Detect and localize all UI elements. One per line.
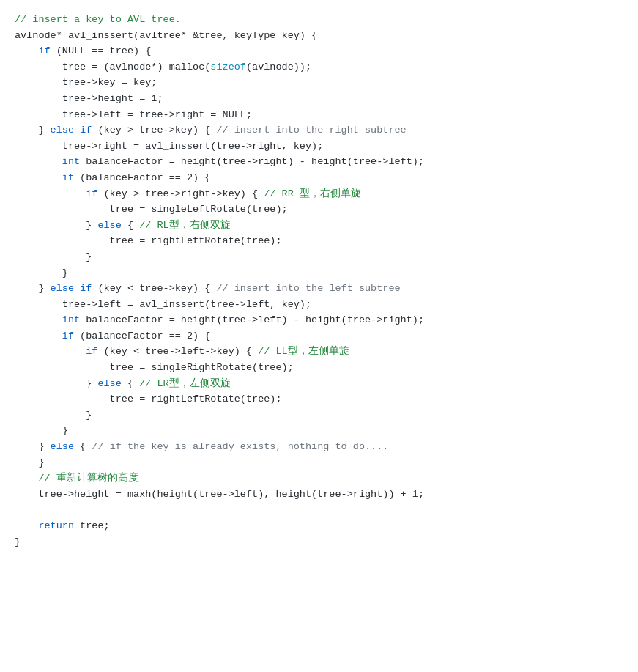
- code-token: (NULL == tree) {: [51, 45, 152, 56]
- code-token: }: [15, 536, 21, 547]
- code-token: // 重新计算树的高度: [38, 473, 138, 484]
- code-token: tree;: [74, 520, 110, 531]
- code-line: }: [15, 265, 623, 281]
- code-token: else: [97, 378, 121, 389]
- code-token: if: [38, 45, 50, 56]
- code-token: {: [74, 441, 92, 452]
- code-token: balanceFactor = height(tree->right) - he…: [80, 156, 424, 167]
- code-token: return: [38, 520, 74, 531]
- code-token: tree->key = key;: [15, 77, 157, 88]
- code-line: tree = singleLeftRotate(tree);: [15, 202, 623, 218]
- code-line: }: [15, 407, 623, 424]
- code-line: // insert a key to AVL tree.: [15, 12, 623, 28]
- code-line: if (balanceFactor == 2) {: [15, 170, 623, 186]
- code-token: // insert a key to AVL tree.: [15, 14, 181, 25]
- code-line: avlnode* avl_inssert(avltree* &tree, key…: [15, 28, 623, 44]
- code-line: tree->right = avl_inssert(tree->right, k…: [15, 139, 623, 155]
- code-token: // RL型，右侧双旋: [139, 220, 231, 231]
- code-token: // if the key is already exists, nothing…: [92, 441, 388, 452]
- code-token: // insert into the left subtree: [216, 283, 400, 294]
- code-line: tree = rightLeftRotate(tree);: [15, 391, 623, 407]
- code-token: [15, 346, 86, 357]
- code-token: }: [15, 267, 68, 278]
- code-token: else: [97, 220, 121, 231]
- code-token: // RR 型，右侧单旋: [264, 188, 361, 199]
- code-token: // LL型，左侧单旋: [258, 346, 349, 357]
- code-token: if: [62, 331, 74, 341]
- code-token: tree->right = avl_inssert(tree->right, k…: [15, 141, 323, 152]
- code-token: int: [62, 156, 80, 167]
- code-token: tree = singleRightRotate(tree);: [15, 362, 294, 373]
- code-token: [15, 473, 38, 484]
- code-line: }: [15, 423, 623, 439]
- code-token: }: [15, 125, 51, 136]
- code-token: tree->left = tree->right = NULL;: [15, 109, 252, 120]
- code-token: }: [15, 441, 51, 452]
- code-line: // 重新计算树的高度: [15, 470, 623, 487]
- code-line: }: [15, 534, 623, 550]
- code-token: {: [122, 220, 139, 231]
- code-token: tree = singleLeftRotate(tree);: [15, 204, 288, 215]
- code-token: tree->height = 1;: [15, 93, 163, 104]
- code-token: // LR型，左侧双旋: [139, 378, 231, 389]
- code-token: (key > tree->key) {: [92, 125, 216, 136]
- code-line: if (key > tree->right->key) { // RR 型，右侧…: [15, 186, 623, 202]
- code-token: (balanceFactor == 2) {: [74, 172, 210, 183]
- code-line: } else { // LR型，左侧双旋: [15, 376, 623, 392]
- code-token: {: [122, 378, 139, 389]
- code-token: [15, 520, 38, 531]
- code-token: (avlnode));: [246, 62, 311, 73]
- code-token: (key > tree->right->key) {: [97, 188, 264, 199]
- code-token: if: [86, 188, 97, 199]
- code-line: }: [15, 249, 623, 265]
- code-line: tree->left = avl_inssert(tree->left, key…: [15, 297, 623, 313]
- code-token: [15, 314, 62, 325]
- code-token: else: [51, 441, 74, 452]
- code-line: tree->height = 1;: [15, 91, 623, 107]
- code-line: } else { // RL型，右侧双旋: [15, 218, 623, 234]
- code-line: int balanceFactor = height(tree->left) -…: [15, 312, 623, 328]
- code-line: return tree;: [15, 518, 623, 534]
- code-line: } else if (key > tree->key) { // insert …: [15, 122, 623, 139]
- code-token: if: [62, 172, 74, 183]
- code-token: }: [15, 425, 68, 436]
- code-token: [15, 172, 62, 183]
- code-token: if: [86, 346, 97, 357]
- code-token: (balanceFactor == 2) {: [74, 331, 210, 341]
- code-line: if (balanceFactor == 2) {: [15, 328, 623, 344]
- code-token: [15, 188, 86, 199]
- code-line: tree->height = maxh(height(tree->left), …: [15, 487, 623, 503]
- code-token: avlnode* avl_inssert(avltree* &tree, key…: [15, 30, 317, 41]
- code-token: sizeof: [210, 62, 246, 73]
- code-token: tree = rightLeftRotate(tree);: [15, 235, 282, 246]
- code-token: else if: [51, 283, 92, 294]
- code-token: tree->left = avl_inssert(tree->left, key…: [15, 299, 311, 310]
- code-line: tree->left = tree->right = NULL;: [15, 107, 623, 123]
- code-line: tree = rightLeftRotate(tree);: [15, 233, 623, 249]
- code-line: tree = singleRightRotate(tree);: [15, 360, 623, 376]
- code-token: }: [15, 457, 45, 468]
- code-line: if (key < tree->left->key) { // LL型，左侧单旋: [15, 344, 623, 360]
- code-line: if (NULL == tree) {: [15, 43, 623, 59]
- code-line: } else { // if the key is already exists…: [15, 439, 623, 455]
- code-token: tree = (avlnode*) malloc(: [15, 62, 210, 73]
- code-token: else if: [51, 125, 92, 136]
- code-line: tree = (avlnode*) malloc(sizeof(avlnode)…: [15, 59, 623, 75]
- code-token: }: [15, 410, 92, 421]
- code-token: (key < tree->key) {: [92, 283, 216, 294]
- code-token: tree->height = maxh(height(tree->left), …: [15, 489, 424, 500]
- code-container: // insert a key to AVL tree.avlnode* avl…: [0, 0, 638, 672]
- code-line: } else if (key < tree->key) { // insert …: [15, 281, 623, 297]
- code-token: tree = rightLeftRotate(tree);: [15, 394, 282, 405]
- code-token: [15, 156, 62, 167]
- code-token: [15, 331, 62, 341]
- code-token: }: [15, 378, 97, 389]
- code-line: int balanceFactor = height(tree->right) …: [15, 154, 623, 170]
- code-token: int: [62, 314, 80, 325]
- code-token: balanceFactor = height(tree->left) - hei…: [80, 314, 424, 325]
- code-token: [15, 45, 38, 56]
- code-token: }: [15, 220, 97, 231]
- code-token: }: [15, 251, 92, 262]
- code-line: tree->key = key;: [15, 75, 623, 91]
- code-line: }: [15, 455, 623, 471]
